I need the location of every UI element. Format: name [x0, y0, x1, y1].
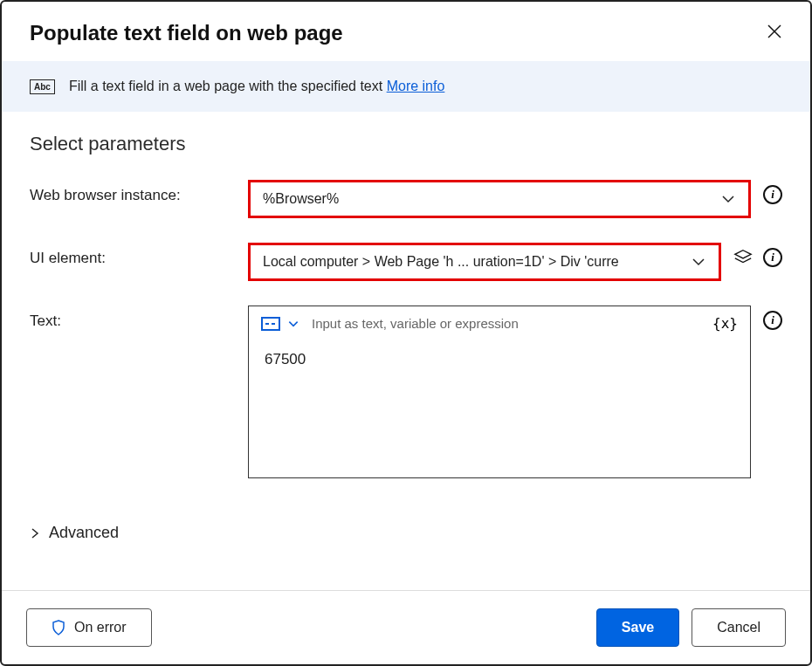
- ui-element-label: UI element:: [30, 243, 248, 267]
- info-icon[interactable]: i: [763, 248, 782, 267]
- text-mode-icon: [261, 317, 280, 331]
- chevron-down-icon: [287, 318, 299, 330]
- ui-element-value: Local computer > Web Page 'h ... uration…: [263, 254, 619, 270]
- on-error-button[interactable]: On error: [26, 608, 152, 647]
- more-info-link[interactable]: More info: [387, 79, 445, 93]
- chevron-right-icon: [30, 528, 40, 539]
- cancel-label: Cancel: [717, 620, 760, 635]
- advanced-label: Advanced: [49, 524, 119, 542]
- row-browser-instance: Web browser instance: %Browser% i: [30, 180, 782, 218]
- shield-icon: [52, 620, 65, 635]
- info-text-content: Fill a text field in a web page with the…: [69, 79, 387, 93]
- section-title: Select parameters: [30, 133, 782, 155]
- save-button[interactable]: Save: [596, 608, 679, 647]
- text-editor[interactable]: Input as text, variable or expression {x…: [248, 306, 751, 478]
- info-icon[interactable]: i: [763, 311, 782, 330]
- footer-right: Save Cancel: [596, 608, 786, 647]
- close-button[interactable]: [767, 24, 782, 44]
- text-placeholder: Input as text, variable or expression: [312, 316, 700, 331]
- browser-instance-dropdown[interactable]: %Browser%: [248, 180, 751, 218]
- layers-icon[interactable]: [733, 248, 753, 267]
- dialog-title: Populate text field on web page: [30, 21, 343, 45]
- chevron-down-icon: [720, 191, 736, 207]
- save-label: Save: [622, 620, 654, 635]
- editor-toolbar: Input as text, variable or expression {x…: [249, 306, 750, 340]
- on-error-label: On error: [74, 620, 127, 635]
- insert-variable-button[interactable]: {x}: [712, 315, 738, 332]
- row-text: Text: Input as text, variable or express…: [30, 306, 782, 478]
- advanced-toggle[interactable]: Advanced: [30, 524, 782, 542]
- dialog: Populate text field on web page Abc Fill…: [0, 0, 812, 666]
- chevron-down-icon: [691, 254, 706, 270]
- info-icon[interactable]: i: [763, 185, 782, 204]
- dialog-footer: On error Save Cancel: [2, 590, 810, 664]
- browser-instance-label: Web browser instance:: [30, 180, 248, 204]
- cancel-button[interactable]: Cancel: [692, 608, 786, 647]
- info-text: Fill a text field in a web page with the…: [69, 79, 444, 94]
- dialog-body: Select parameters Web browser instance: …: [2, 112, 810, 590]
- text-field-icon: Abc: [30, 79, 55, 94]
- svg-marker-2: [735, 251, 751, 258]
- browser-instance-value: %Browser%: [263, 191, 339, 207]
- text-value[interactable]: 67500: [249, 340, 750, 477]
- ui-element-dropdown[interactable]: Local computer > Web Page 'h ... uration…: [248, 243, 721, 281]
- row-ui-element: UI element: Local computer > Web Page 'h…: [30, 243, 782, 281]
- text-label: Text:: [30, 306, 248, 330]
- dialog-header: Populate text field on web page: [2, 2, 810, 61]
- info-bar: Abc Fill a text field in a web page with…: [2, 61, 810, 112]
- text-mode-toggle[interactable]: [261, 317, 299, 331]
- close-icon: [767, 24, 782, 39]
